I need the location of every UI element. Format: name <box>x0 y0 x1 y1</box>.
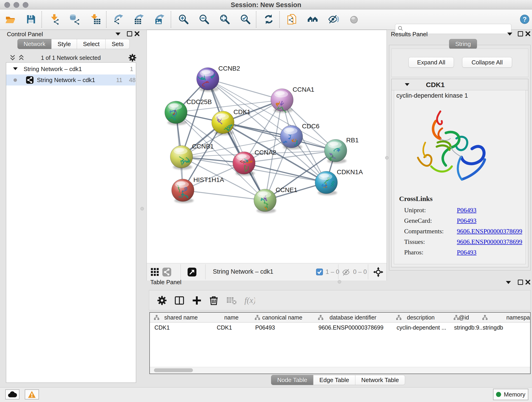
delete-row-button[interactable] <box>207 294 220 306</box>
zoom-selected-button[interactable] <box>239 13 252 26</box>
panel-menu-icon[interactable] <box>115 32 120 36</box>
crosslink-label: GeneCard: <box>404 217 457 224</box>
table-type-tabs: Node TableEdge TableNetwork Table <box>271 375 405 385</box>
panel-menu-icon[interactable] <box>506 281 511 284</box>
close-panel-icon[interactable] <box>525 31 531 36</box>
crosslink-value-link[interactable]: P06493 <box>457 249 476 256</box>
export-network-icon <box>114 14 124 25</box>
crosslink-row: GeneCard: P06493 <box>404 216 523 226</box>
save-session-button[interactable] <box>25 13 37 26</box>
close-panel-icon[interactable] <box>134 31 140 36</box>
horizontal-scrollbar[interactable] <box>150 367 530 374</box>
delete-table-icon <box>226 295 237 306</box>
refresh-network-button[interactable] <box>262 13 275 26</box>
table-cell[interactable]: cyclin-dependent ... <box>392 322 450 332</box>
zoom-in-button[interactable] <box>177 13 190 26</box>
column-header-description[interactable]: description <box>392 313 450 322</box>
column-header-canonical-name[interactable]: canonical name <box>251 313 314 322</box>
protein-section-header[interactable]: CDK1 <box>392 79 528 90</box>
hide-graphics-icon <box>328 14 339 25</box>
close-panel-icon[interactable] <box>525 279 531 285</box>
float-panel-icon[interactable] <box>518 280 523 285</box>
open-session-button[interactable] <box>4 13 17 26</box>
table-cell[interactable]: CDK1 <box>212 322 251 332</box>
string-home-button[interactable] <box>306 13 319 26</box>
scrollbar-thumb[interactable] <box>154 368 193 372</box>
help-button[interactable]: ? <box>518 13 531 26</box>
bottom-splitter-handle[interactable] <box>338 280 341 283</box>
right-splitter-handle[interactable] <box>385 156 389 160</box>
tab-select[interactable]: Select <box>77 39 106 49</box>
crosslink-value-link[interactable]: P06493 <box>457 206 476 214</box>
columns-button[interactable] <box>173 294 186 306</box>
float-panel-icon[interactable] <box>518 31 523 36</box>
export-network-button[interactable] <box>113 13 125 26</box>
column-header-shared-name[interactable]: shared name <box>150 313 212 322</box>
column-header-name[interactable]: name <box>212 313 251 322</box>
table-cell[interactable]: stringdb:9... <box>450 322 478 332</box>
network-selection-status: 1 of 1 Network selected <box>4 55 138 61</box>
panel-menu-icon[interactable] <box>507 32 512 36</box>
network-collection-row[interactable]: String Network – cdk1 1 <box>6 64 135 75</box>
crosslink-value-link[interactable]: 9606.ENSP00000378699 <box>457 228 522 235</box>
collapse-all-button[interactable]: Collapse All <box>462 57 512 68</box>
tab-network[interactable]: Network <box>17 39 51 49</box>
share-session-button[interactable] <box>286 13 298 26</box>
network-view-panel: CCNB2CCNA1CDC25BCDK1CDC6RB1CCNB1CCNA2CDK… <box>147 30 387 281</box>
column-header-namespace[interactable]: namespace <box>478 313 531 322</box>
node-label-RB1: RB1 <box>346 137 359 144</box>
column-header-@id[interactable]: @id <box>450 313 478 322</box>
hide-graphics-button[interactable] <box>327 13 340 26</box>
column-header-database-identifier[interactable]: database identifier <box>314 313 392 322</box>
network-options-gear-icon[interactable] <box>128 53 137 63</box>
tab-style[interactable]: Style <box>51 39 77 49</box>
import-table-button[interactable] <box>89 13 102 26</box>
memory-label: Memory <box>504 391 525 398</box>
network-view-title: String Network – cdk1 <box>213 268 273 275</box>
table-cell[interactable]: 9606.ENSP00000378699 <box>314 322 392 332</box>
section-expander-icon[interactable] <box>405 83 409 86</box>
node-label-CDC25B: CDC25B <box>186 98 212 105</box>
expand-all-button[interactable]: Expand All <box>409 57 454 68</box>
string-network-badge-icon[interactable] <box>162 267 172 278</box>
control-panel-tabs: NetworkStyleSelectSets <box>17 39 130 49</box>
network-canvas[interactable]: CCNB2CCNA1CDC25BCDK1CDC6RB1CCNB1CCNA2CDK… <box>147 30 386 263</box>
add-row-icon <box>191 295 202 306</box>
results-tabs: String <box>449 39 477 49</box>
tab-string[interactable]: String <box>449 39 477 49</box>
function-builder-icon: f(x) <box>244 295 255 306</box>
table-cell[interactable]: CDK1 <box>150 322 212 332</box>
zoom-fit-button[interactable] <box>218 13 231 26</box>
table-cell[interactable]: stringdb <box>478 322 531 332</box>
crosslink-value-link[interactable]: 9606.ENSP00000378699 <box>457 238 522 245</box>
add-row-button[interactable] <box>190 294 203 306</box>
current-network-dot-icon <box>13 78 17 82</box>
open-in-browser-icon[interactable] <box>187 267 197 278</box>
table-cell[interactable]: P06493 <box>251 322 314 332</box>
crosslink-value-link[interactable]: P06493 <box>457 217 476 224</box>
cloud-services-button[interactable] <box>5 389 19 400</box>
control-panel: Control Panel NetworkStyleSelectSets 1 o… <box>4 30 138 386</box>
tab-network-table[interactable]: Network Table <box>355 375 405 385</box>
import-database-button[interactable] <box>69 13 81 26</box>
export-image-button[interactable] <box>154 13 167 26</box>
tab-node-table[interactable]: Node Table <box>271 375 313 385</box>
show-graphics-details-button[interactable] <box>348 13 360 26</box>
export-table-button[interactable] <box>133 13 146 26</box>
warnings-button[interactable] <box>25 389 39 400</box>
fit-content-crosshair-icon[interactable] <box>373 267 383 278</box>
import-network-button[interactable] <box>48 13 61 26</box>
hidden-eye-slash-icon <box>342 268 350 278</box>
birds-eye-view-icon[interactable] <box>151 268 159 277</box>
memory-button[interactable]: Memory <box>493 389 528 400</box>
tab-edge-table[interactable]: Edge Table <box>313 375 355 385</box>
network-row-selected[interactable]: String Network – cdk1 11 48 <box>6 75 135 85</box>
gear-button[interactable] <box>156 294 168 306</box>
zoom-out-button[interactable] <box>198 13 210 26</box>
tab-sets[interactable]: Sets <box>105 39 130 49</box>
left-splitter-handle[interactable] <box>140 207 144 211</box>
selected-checkbox-icon[interactable] <box>316 268 323 276</box>
float-panel-icon[interactable] <box>127 31 132 36</box>
collection-expander-icon[interactable] <box>13 67 18 70</box>
node-label-CDK1: CDK1 <box>234 108 251 115</box>
